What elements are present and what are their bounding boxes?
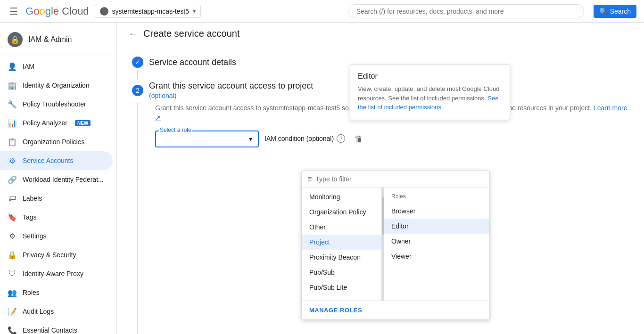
help-icon[interactable]: ? [337,134,345,143]
sidebar-item-identity-org[interactable]: 🏢 Identity & Organization [0,76,113,95]
logo-o1: o [33,5,39,17]
logo-g2: g [45,5,51,17]
role-browser[interactable]: Browser [384,204,489,219]
filter-input[interactable] [315,175,484,183]
sidebar-item-label: Essential Contacts [23,326,77,334]
category-pub-sub[interactable]: Pub/Sub [302,265,381,280]
scroll-indicator [382,197,384,235]
category-org-policy[interactable]: Organization Policy [302,204,381,220]
sidebar-item-label: Privacy & Security [23,251,76,259]
iam-admin-icon: 🔒 [8,32,23,47]
sidebar-item-label: Roles [23,289,40,296]
iam-condition: IAM condition (optional) ? [264,130,345,147]
sidebar-item-audit-logs[interactable]: 📝 Audit Logs [0,302,113,321]
category-other[interactable]: Other [302,220,381,235]
roles-icon: 👥 [8,288,17,297]
role-select-chevron: ▾ [249,135,252,143]
search-icon: 🔍 [599,8,607,15]
dropdown-categories: Monitoring Organization Policy Other Pro… [302,187,382,301]
role-select-label: Select a role [159,127,192,133]
labels-icon: 🏷 [8,194,17,203]
filter-icon: ≡ [307,175,312,183]
logo-g: G [25,5,33,17]
dropdown-roles: Roles Browser Editor Owner Viewer [384,187,489,301]
project-icon [100,7,108,16]
sidebar-item-label: Audit Logs [23,308,54,315]
tags-icon: 🔖 [8,212,17,222]
dropdown-body: Monitoring Organization Policy Other Pro… [302,187,489,301]
sidebar-item-labels[interactable]: 🏷 Labels [0,189,113,208]
back-button[interactable]: ← [128,28,138,39]
new-badge: NEW [75,120,91,126]
step-connector-1 [137,70,138,79]
audit-logs-icon: 📝 [8,307,17,316]
sidebar-item-policy-troubleshooter[interactable]: 🔧 Policy Troubleshooter [0,95,113,114]
org-policies-icon: 📋 [8,137,17,147]
sidebar-item-iam[interactable]: 👤 IAM [0,57,113,76]
step1-check: ✓ [132,57,143,68]
dropdown-container-wrapper: ≡ Monitoring Organization Policy Other P… [155,171,629,320]
role-owner[interactable]: Owner [384,234,489,249]
role-editor[interactable]: Editor [384,219,489,234]
workload-identity-icon: 🔗 [8,175,17,184]
search-bar[interactable] [348,4,584,18]
sidebar-item-workload-identity[interactable]: 🔗 Workload Identity Federat... [0,170,113,189]
logo-cloud: Cloud [59,5,89,17]
step2-subtitle: (optional) [149,92,313,99]
privacy-security-icon: 🔒 [8,250,17,260]
sidebar-item-policy-analyzer[interactable]: 📊 Policy Analyzer NEW [0,114,113,132]
scroll-indicator-container [382,187,384,301]
iam-condition-label: IAM condition (optional) [264,135,334,142]
sidebar-item-essential-contacts[interactable]: 📞 Essential Contacts [0,321,113,334]
project-selector[interactable]: systemtestapp-mcas-test5 ▾ [95,5,201,18]
page-title: Create service account [143,28,240,39]
roles-header: Roles [384,189,489,204]
layout: 🔒 IAM & Admin 👤 IAM 🏢 Identity & Organiz… [0,23,644,334]
sidebar-item-service-accounts[interactable]: ⚙ Service Accounts [0,151,113,170]
sidebar-item-identity-aware-proxy[interactable]: 🛡 Identity-Aware Proxy [0,264,113,283]
sidebar-divider [0,55,116,55]
sidebar-item-roles[interactable]: 👥 Roles [0,283,113,302]
dropdown-footer: MANAGE ROLES [302,301,489,319]
step1-title: Service account details [149,57,236,67]
role-dropdown: ≡ Monitoring Organization Policy Other P… [301,171,490,320]
project-name: systemtestapp-mcas-test5 [112,8,189,15]
sidebar-item-label: Tags [23,213,37,221]
sidebar-item-org-policies[interactable]: 📋 Organization Policies [0,132,113,151]
identity-org-icon: 🏢 [8,81,17,90]
sidebar-item-label: Workload Identity Federat... [23,176,104,183]
sidebar-item-label: IAM [23,63,34,70]
category-pub-sub-lite[interactable]: Pub/Sub Lite [302,280,381,295]
sidebar-item-label: Identity-Aware Proxy [23,270,83,277]
page-header: ← Create service account [117,23,644,45]
tooltip-description: View, create, update, and delete most Go… [358,84,502,112]
category-proximity-beacon[interactable]: Proximity Beacon [302,250,381,265]
sidebar-item-label: Organization Policies [23,138,85,146]
manage-roles-button[interactable]: MANAGE ROLES [309,305,362,316]
search-button[interactable]: 🔍 Search [594,5,636,18]
category-project[interactable]: Project [302,235,381,250]
essential-contacts-icon: 📞 [8,326,17,334]
iam-icon: 👤 [8,62,17,71]
google-cloud-logo: Google Cloud [25,5,89,17]
sidebar-item-label: Settings [23,232,47,240]
role-viewer[interactable]: Viewer [384,249,489,264]
role-row: Select a role ▾ IAM condition (optional)… [155,130,629,148]
sidebar-item-label: Policy Troubleshooter [23,100,86,108]
step2-number: 2 [132,85,143,96]
hamburger-menu[interactable]: ☰ [8,4,20,19]
sidebar-header: 🔒 IAM & Admin [0,26,116,53]
service-accounts-icon: ⚙ [8,156,17,165]
policy-troubleshooter-icon: 🔧 [8,99,17,109]
sidebar-item-label: Labels [23,195,42,202]
policy-analyzer-icon: 📊 [8,118,17,128]
sidebar-item-privacy-security[interactable]: 🔒 Privacy & Security [0,245,113,264]
chevron-down-icon: ▾ [193,8,196,15]
identity-aware-proxy-icon: 🛡 [8,269,17,278]
logo-o2: o [39,5,45,17]
sidebar-item-tags[interactable]: 🔖 Tags [0,208,113,227]
sidebar-item-settings[interactable]: ⚙ Settings [0,227,113,245]
category-monitoring[interactable]: Monitoring [302,189,381,204]
search-input[interactable] [356,8,576,15]
delete-button[interactable]: 🗑 [351,130,367,148]
